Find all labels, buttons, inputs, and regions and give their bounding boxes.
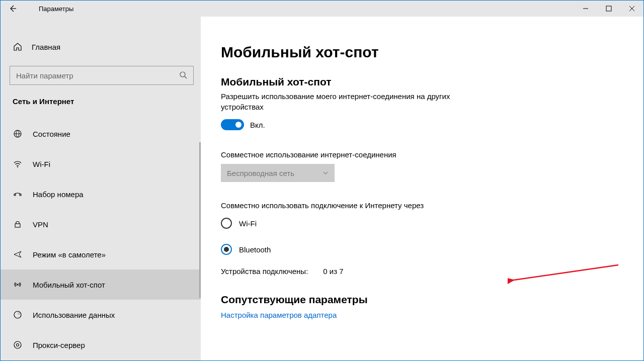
sidebar-item-label: Режим «в самолете»: [33, 250, 106, 259]
sidebar-item-label: Состояние: [33, 130, 70, 138]
hotspot-toggle[interactable]: [221, 119, 244, 130]
radio-wifi[interactable]: Wi-Fi: [221, 215, 623, 232]
radio-label: Bluetooth: [239, 245, 271, 254]
sidebar-item-label: Мобильный хот-спот: [33, 281, 105, 289]
search-icon: [179, 71, 187, 80]
dropdown-value: Беспроводная сеть: [227, 169, 294, 177]
main-content: Мобильный хот-спот Мобильный хот-спот Ра…: [201, 17, 643, 360]
search-field[interactable]: [16, 71, 179, 80]
share-over-label: Совместно использовать подключение к Инт…: [221, 201, 623, 210]
proxy-icon: [13, 340, 23, 350]
share-from-label: Совместное использование интернет-соедин…: [221, 150, 623, 159]
sidebar-item-label: Использование данных: [33, 311, 115, 319]
svg-point-1: [180, 72, 185, 77]
radio-circle-selected: [221, 244, 232, 255]
sidebar-item-vpn[interactable]: VPN: [1, 209, 201, 239]
page-title: Мобильный хот-спот: [221, 44, 623, 61]
radio-bluetooth[interactable]: Bluetooth: [221, 241, 623, 258]
globe-icon: [13, 129, 23, 139]
svg-rect-5: [20, 194, 21, 196]
back-button[interactable]: [1, 1, 25, 17]
hotspot-section-title: Мобильный хот-спот: [221, 76, 623, 88]
titlebar: Параметры: [1, 1, 643, 17]
dial-icon: [13, 189, 23, 199]
datausage-icon: [13, 310, 23, 320]
home-label: Главная: [32, 43, 60, 51]
chevron-down-icon: [323, 169, 329, 177]
toggle-label: Вкл.: [250, 121, 265, 129]
airplane-icon: [13, 249, 23, 259]
svg-rect-0: [606, 6, 611, 11]
home-icon: [13, 42, 23, 52]
sidebar-item-airplane[interactable]: Режим «в самолете»: [1, 239, 201, 269]
sidebar-item-status[interactable]: Состояние: [1, 119, 201, 149]
hotspot-description: Разрешить использование моего интернет-с…: [221, 91, 482, 112]
svg-point-10: [17, 344, 19, 346]
sidebar-item-proxy[interactable]: Прокси-сервер: [1, 330, 201, 360]
sidebar-item-dialup[interactable]: Набор номера: [1, 179, 201, 209]
svg-rect-4: [14, 194, 16, 196]
minimize-button[interactable]: [574, 1, 597, 17]
sidebar-item-label: Wi-Fi: [33, 160, 50, 168]
devices-connected-label: Устройства подключены:: [221, 267, 308, 276]
svg-point-3: [17, 166, 18, 167]
adapter-settings-link[interactable]: Настройка параметров адаптера: [221, 311, 623, 319]
sidebar-item-label: VPN: [33, 220, 48, 229]
sidebar-item-datausage[interactable]: Использование данных: [1, 300, 201, 330]
devices-connected-value: 0 из 7: [323, 267, 343, 276]
sidebar-item-wifi[interactable]: Wi-Fi: [1, 149, 201, 179]
sidebar: Главная Сеть и Интернет Состояние Wi-Fi: [1, 17, 201, 360]
wifi-icon: [13, 159, 23, 169]
svg-rect-6: [15, 224, 20, 227]
sidebar-item-label: Набор номера: [33, 190, 84, 199]
share-from-dropdown[interactable]: Беспроводная сеть: [221, 164, 335, 182]
close-button[interactable]: [620, 1, 643, 17]
hotspot-icon: [13, 280, 23, 290]
vpn-icon: [13, 219, 23, 229]
related-heading: Сопутствующие параметры: [221, 294, 623, 306]
svg-point-7: [17, 284, 19, 286]
svg-point-9: [14, 341, 21, 348]
home-button[interactable]: Главная: [1, 37, 201, 57]
sidebar-item-hotspot[interactable]: Мобильный хот-спот: [1, 269, 201, 300]
sidebar-item-label: Прокси-сервер: [33, 341, 85, 349]
radio-label: Wi-Fi: [239, 219, 257, 228]
search-input[interactable]: [10, 66, 194, 85]
window-title: Параметры: [25, 5, 73, 13]
maximize-button[interactable]: [597, 1, 620, 17]
radio-circle: [221, 218, 232, 229]
category-label: Сеть и Интернет: [1, 93, 201, 110]
